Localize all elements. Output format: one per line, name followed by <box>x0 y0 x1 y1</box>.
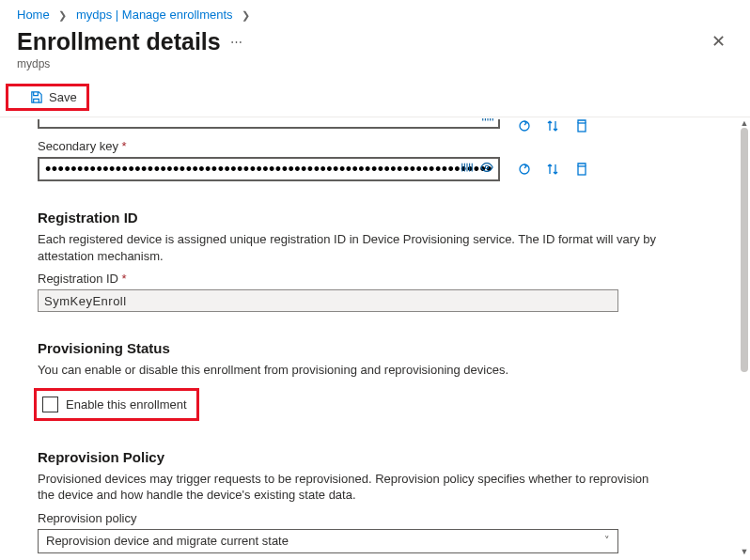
save-button[interactable]: Save <box>18 86 85 108</box>
svg-point-0 <box>520 121 529 131</box>
close-icon[interactable]: ✕ <box>704 27 733 55</box>
regenerate-icon[interactable] <box>517 162 532 177</box>
registration-id-value: SymKeyEnroll <box>44 294 127 308</box>
regenerate-icon[interactable] <box>517 118 532 133</box>
secondary-key-input[interactable]: ••••••••••••••••••••••••••••••••••••••••… <box>38 157 500 181</box>
chevron-down-icon: ˅ <box>604 535 610 547</box>
page-title: Enrollment details <box>17 28 221 55</box>
swap-icon[interactable] <box>545 118 560 133</box>
svg-rect-4 <box>578 166 586 175</box>
copy-icon[interactable] <box>573 162 588 177</box>
registration-id-label: Registration ID <box>38 272 712 286</box>
chevron-right-icon: ❯ <box>242 9 250 21</box>
svg-rect-1 <box>578 123 586 132</box>
vertical-scrollbar[interactable]: ▲ ▼ <box>741 118 748 556</box>
reprovision-heading: Reprovision Policy <box>38 449 712 465</box>
save-label: Save <box>49 90 77 104</box>
scroll-down-icon[interactable]: ▼ <box>741 547 748 556</box>
chevron-right-icon: ❯ <box>58 9 67 21</box>
copy-icon[interactable] <box>573 118 588 133</box>
provisioning-desc: You can enable or disable this enrollmen… <box>38 362 658 379</box>
save-icon <box>29 90 43 104</box>
secondary-key-actions <box>513 162 588 177</box>
page-subtitle: mydps <box>0 57 750 80</box>
more-icon[interactable]: ⋯ <box>230 35 242 49</box>
barcode-icon[interactable] <box>481 118 494 123</box>
content-area: Secondary key ••••••••••••••••••••••••••… <box>0 118 750 560</box>
enable-enrollment-label: Enable this enrollment <box>66 397 187 412</box>
reprovision-policy-label: Reprovision policy <box>38 511 712 525</box>
command-bar: Save <box>0 80 750 117</box>
svg-point-2 <box>485 165 489 169</box>
reprovision-policy-select[interactable]: Reprovision device and migrate current s… <box>38 529 618 553</box>
highlight-enable-enrollment: Enable this enrollment <box>34 388 199 421</box>
title-bar: Enrollment details ⋯ ✕ <box>0 27 750 57</box>
svg-point-3 <box>520 164 529 174</box>
eye-icon[interactable] <box>479 161 494 174</box>
primary-key-actions <box>513 118 588 133</box>
swap-icon[interactable] <box>545 162 560 177</box>
reprovision-policy-value: Reprovision device and migrate current s… <box>46 534 289 548</box>
registration-desc: Each registered device is assigned uniqu… <box>38 231 658 264</box>
reprovision-desc: Provisioned devices may trigger requests… <box>38 471 658 504</box>
breadcrumb: Home ❯ mydps | Manage enrollments ❯ <box>0 0 750 27</box>
secondary-key-label: Secondary key <box>38 139 712 153</box>
registration-id-input[interactable]: SymKeyEnroll <box>38 289 618 312</box>
enable-enrollment-checkbox[interactable] <box>42 397 58 412</box>
highlight-save: Save <box>6 84 89 111</box>
provisioning-heading: Provisioning Status <box>38 340 712 356</box>
secondary-key-value: ••••••••••••••••••••••••••••••••••••••••… <box>45 164 492 174</box>
registration-heading: Registration ID <box>38 210 712 226</box>
barcode-icon[interactable] <box>461 161 474 174</box>
breadcrumb-home[interactable]: Home <box>17 8 50 22</box>
primary-key-input-cut <box>38 119 500 129</box>
scroll-up-icon[interactable]: ▲ <box>741 118 748 128</box>
breadcrumb-mydps[interactable]: mydps | Manage enrollments <box>76 8 233 22</box>
scroll-thumb[interactable] <box>741 128 748 372</box>
